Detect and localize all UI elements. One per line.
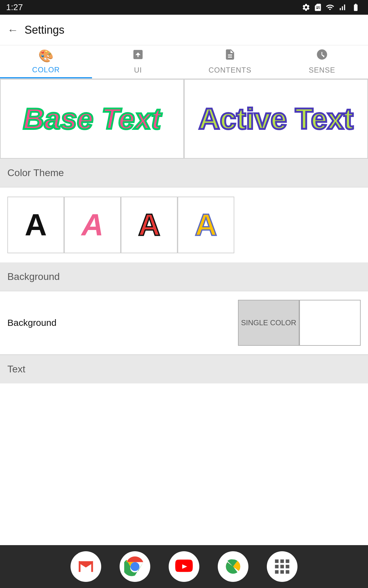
- text-section-header: Text: [0, 355, 368, 383]
- preview-section: Base Text Active Text: [0, 79, 368, 159]
- app-bar: ← Settings: [0, 15, 368, 45]
- color-theme-option-pink[interactable]: A: [64, 197, 121, 253]
- tab-sense[interactable]: SENSE: [276, 45, 368, 78]
- wifi-icon: [325, 3, 335, 12]
- sim-icon: [313, 3, 322, 12]
- active-text-preview: Active Text: [198, 102, 353, 136]
- color-theme-option-red-outline[interactable]: A: [121, 197, 178, 253]
- svg-point-2: [132, 564, 138, 570]
- battery-icon: [350, 3, 362, 12]
- tab-contents[interactable]: CONTENTS: [184, 45, 276, 78]
- status-time: 1:27: [6, 2, 23, 12]
- bottom-nav: [0, 545, 368, 588]
- palette-icon: 🎨: [38, 49, 54, 63]
- bg-option-single-color[interactable]: SINGLE COLOR: [238, 300, 299, 346]
- apps-icon[interactable]: [267, 551, 297, 582]
- tab-color[interactable]: 🎨 COLOR: [0, 45, 92, 78]
- app-title: Settings: [25, 24, 64, 36]
- back-button[interactable]: ←: [7, 24, 18, 36]
- base-text-preview: Base Text: [23, 102, 161, 136]
- bg-option-white[interactable]: [299, 300, 361, 346]
- document-icon: [224, 48, 236, 63]
- status-bar: 1:27: [0, 0, 368, 15]
- tab-contents-label: CONTENTS: [209, 66, 251, 74]
- color-theme-header: Color Theme: [0, 159, 368, 187]
- color-theme-row: A A A A: [0, 187, 368, 262]
- color-theme-option-black[interactable]: A: [7, 197, 64, 253]
- theme-letter-pink: A: [81, 207, 103, 243]
- main-content: Base Text Active Text Color Theme A A A …: [0, 79, 368, 545]
- bg-single-color-label: SINGLE COLOR: [241, 318, 296, 327]
- color-theme-option-gold-outline[interactable]: A: [178, 197, 234, 253]
- background-header: Background: [0, 262, 368, 291]
- background-row: Background SINGLE COLOR: [0, 291, 368, 355]
- theme-letter-black: A: [25, 207, 47, 243]
- background-options: SINGLE COLOR: [238, 300, 361, 346]
- status-icons: [302, 3, 362, 12]
- youtube-icon[interactable]: [169, 551, 199, 582]
- tab-bar: 🎨 COLOR UI CONTENTS SENSE: [0, 45, 368, 79]
- settings-icon: [302, 3, 310, 12]
- tab-ui[interactable]: UI: [92, 45, 184, 78]
- theme-letter-gold-outline: A: [195, 207, 217, 243]
- theme-letter-red-outline: A: [138, 207, 160, 243]
- chrome-icon[interactable]: [120, 551, 150, 582]
- gmail-icon[interactable]: [71, 551, 101, 582]
- spacer: [0, 383, 368, 545]
- tab-color-label: COLOR: [32, 66, 60, 74]
- active-text-preview-box[interactable]: Active Text: [184, 79, 368, 159]
- download-icon: [132, 48, 144, 63]
- tab-ui-label: UI: [134, 66, 142, 74]
- photos-icon[interactable]: [218, 551, 248, 582]
- signal-icon: [338, 3, 347, 12]
- clock-icon: [316, 48, 328, 63]
- tab-sense-label: SENSE: [309, 66, 335, 74]
- base-text-preview-box[interactable]: Base Text: [0, 79, 184, 159]
- background-label: Background: [7, 318, 238, 328]
